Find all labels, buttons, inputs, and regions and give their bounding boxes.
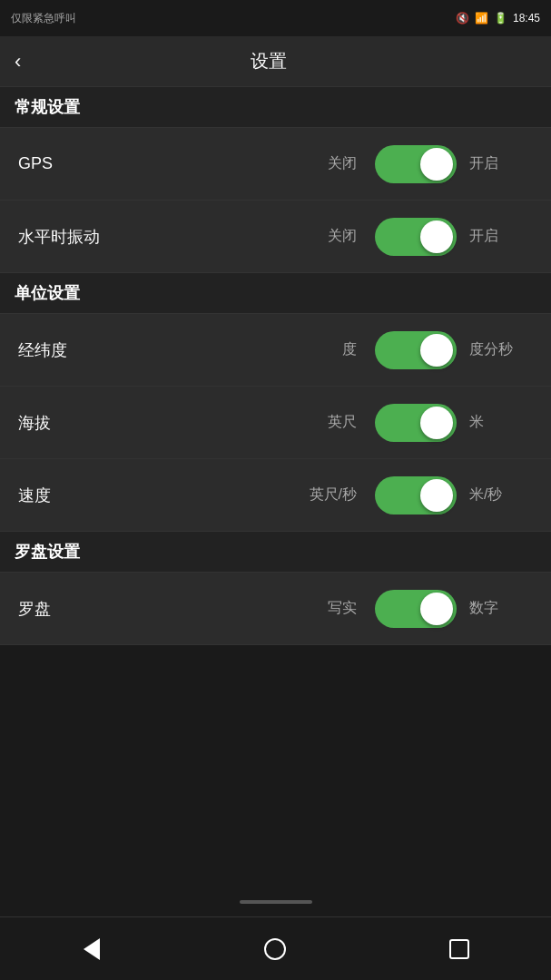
altitude-toggle-knob: [420, 407, 453, 439]
section-general-header: 常规设置: [0, 87, 551, 128]
recent-nav-button[interactable]: [437, 926, 482, 972]
altitude-toggle[interactable]: [375, 404, 457, 442]
coordinates-toggle-group: 度分秒: [375, 331, 533, 369]
compass-toggle-knob: [420, 593, 453, 625]
settings-content: 常规设置 GPS 关闭 开启 水平时振动 关闭 开启 单位设置 经纬度 度: [0, 87, 551, 887]
time-display: 18:45: [513, 12, 540, 24]
compass-label: 罗盘: [18, 598, 127, 620]
scroll-indicator-area: [0, 887, 551, 916]
coordinates-toggle[interactable]: [375, 331, 457, 369]
section-general-title: 常规设置: [15, 98, 80, 116]
vibration-toggle-knob: [420, 220, 453, 253]
battery-icon: 🔋: [494, 12, 507, 24]
vibration-right-value: 开启: [469, 227, 533, 246]
compass-toggle[interactable]: [375, 590, 457, 628]
setting-row-compass: 罗盘 写实 数字: [0, 573, 551, 645]
home-nav-icon: [264, 938, 286, 960]
status-emergency-text: 仅限紧急呼叫: [11, 11, 76, 26]
back-nav-icon: [84, 938, 100, 960]
vibration-toggle[interactable]: [375, 218, 457, 256]
gps-label: GPS: [18, 154, 127, 173]
gps-toggle[interactable]: [375, 145, 457, 183]
compass-right-value: 数字: [469, 599, 533, 618]
gps-left-value: 关闭: [127, 154, 357, 173]
header: ‹ 设置: [0, 36, 551, 87]
altitude-left-value: 英尺: [127, 413, 357, 432]
status-bar: 仅限紧急呼叫 🔇 📶 🔋 18:45: [0, 0, 551, 36]
page-title: 设置: [35, 49, 502, 74]
vibration-label: 水平时振动: [18, 226, 127, 248]
status-right: 🔇 📶 🔋 18:45: [456, 12, 540, 24]
back-button[interactable]: ‹: [15, 52, 21, 72]
coordinates-label: 经纬度: [18, 339, 127, 361]
altitude-toggle-group: 米: [375, 404, 533, 442]
coordinates-right-value: 度分秒: [469, 340, 533, 359]
coordinates-left-value: 度: [127, 340, 357, 359]
speed-toggle-knob: [420, 479, 453, 512]
compass-toggle-group: 数字: [375, 590, 533, 628]
gps-toggle-group: 开启: [375, 145, 533, 183]
setting-row-vibration: 水平时振动 关闭 开启: [0, 201, 551, 273]
section-unit-title: 单位设置: [15, 284, 80, 302]
scroll-indicator: [240, 900, 312, 904]
home-nav-button[interactable]: [252, 926, 298, 972]
gps-toggle-knob: [420, 148, 453, 181]
setting-row-speed: 速度 英尺/秒 米/秒: [0, 459, 551, 532]
back-nav-button[interactable]: [69, 926, 114, 972]
vibration-toggle-group: 开启: [375, 218, 533, 256]
compass-left-value: 写实: [127, 599, 357, 618]
vibration-left-value: 关闭: [127, 227, 357, 246]
speed-right-value: 米/秒: [469, 485, 533, 505]
section-compass-title: 罗盘设置: [15, 543, 80, 561]
bottom-nav: [0, 916, 551, 980]
altitude-label: 海拔: [18, 412, 127, 434]
wifi-icon: 📶: [475, 12, 488, 24]
altitude-right-value: 米: [469, 413, 533, 432]
speed-toggle[interactable]: [375, 476, 457, 514]
speed-label: 速度: [18, 485, 127, 506]
setting-row-gps: GPS 关闭 开启: [0, 128, 551, 201]
recent-nav-icon: [449, 939, 469, 959]
speed-toggle-group: 米/秒: [375, 476, 533, 514]
coordinates-toggle-knob: [420, 334, 453, 367]
section-unit-header: 单位设置: [0, 273, 551, 314]
speed-left-value: 英尺/秒: [127, 485, 357, 505]
setting-row-coordinates: 经纬度 度 度分秒: [0, 314, 551, 387]
gps-right-value: 开启: [469, 154, 533, 173]
section-compass-header: 罗盘设置: [0, 532, 551, 573]
setting-row-altitude: 海拔 英尺 米: [0, 387, 551, 459]
mute-icon: 🔇: [456, 12, 469, 24]
